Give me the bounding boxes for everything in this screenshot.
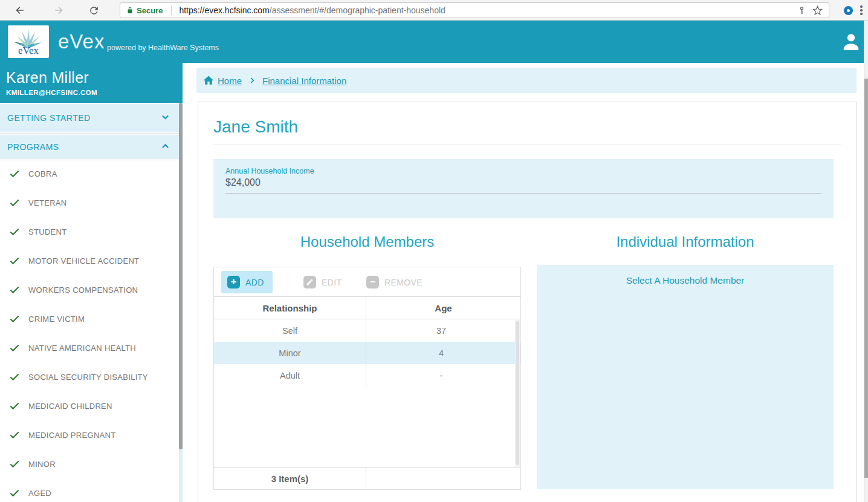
item-count: 3 Item(s) — [214, 468, 366, 489]
chevron-down-icon — [160, 112, 170, 124]
sidebar-scrollbar[interactable] — [179, 103, 183, 502]
check-icon — [8, 168, 21, 180]
sidebar-item-medicaid-pregnant[interactable]: MEDICAID PREGNANT — [0, 426, 179, 444]
sidebar-item-label: STUDENT — [28, 227, 67, 236]
sidebar-item-label: WORKERS COMPENSATION — [28, 285, 138, 295]
sidebar-item-label: AGED — [28, 489, 51, 498]
check-icon — [8, 255, 21, 267]
individual-information-panel: Select A Household Member — [537, 265, 834, 489]
back-icon[interactable] — [12, 3, 28, 18]
url-host: https://evex.hcfsinc.com — [179, 5, 269, 15]
sidebar-section-label: GETTING STARTED — [7, 113, 91, 123]
add-button[interactable]: + ADD — [221, 271, 273, 293]
cell-relationship: Self — [214, 319, 366, 342]
forward-icon[interactable] — [51, 3, 66, 18]
edit-icon — [303, 276, 316, 288]
sidebar-section-programs[interactable]: PROGRAMS — [0, 135, 179, 159]
sidebar-user-name: Karen Miller — [6, 69, 183, 86]
table-row[interactable]: Self 37 — [214, 319, 520, 342]
breadcrumb: Home Financial Information — [196, 68, 857, 93]
sidebar-item-label: NATIVE AMERICAN HEALTH — [28, 344, 136, 353]
user-icon[interactable] — [840, 30, 862, 53]
sidebar-item-crime-victim[interactable]: CRIME VICTIM — [0, 310, 179, 328]
grid-footer-row: 3 Item(s) — [214, 467, 520, 489]
sidebar-item-label: CRIME VICTIM — [28, 315, 85, 324]
sidebar-item-workers-compensation[interactable]: WORKERS COMPENSATION — [0, 281, 179, 299]
income-label: Annual Household Income — [225, 167, 314, 175]
secure-label: Secure — [137, 6, 163, 15]
check-icon — [8, 313, 21, 325]
add-button-label: ADD — [245, 278, 264, 287]
refresh-icon[interactable] — [86, 3, 102, 18]
app-header: eVex eVex powered by HealthWare Systems — [0, 21, 864, 63]
sidebar-user-panel: Karen Miller KMILLER@HCFSINC.COM — [0, 63, 183, 103]
page-scrollbar-thumb[interactable] — [864, 79, 868, 478]
key-icon[interactable] — [797, 6, 806, 15]
sidebar-item-label: MEDICAID PREGNANT — [28, 431, 116, 440]
lock-icon — [126, 6, 134, 15]
sidebar-item-label: VETERAN — [28, 198, 67, 207]
column-header-age[interactable]: Age — [366, 297, 520, 319]
income-input[interactable]: $24,000 — [225, 177, 821, 194]
sidebar-item-student[interactable]: STUDENT — [0, 223, 179, 241]
check-icon — [8, 429, 21, 441]
sidebar-item-social-security-disability[interactable]: SOCIAL SECURITY DISABILITY — [0, 368, 179, 386]
household-members-title: Household Members — [213, 233, 521, 250]
cell-age: - — [366, 364, 516, 386]
breadcrumb-link-current[interactable]: Financial Information — [262, 76, 346, 86]
sidebar-item-aged[interactable]: AGED — [0, 484, 179, 502]
sidebar-item-veteran[interactable]: VETERAN — [0, 194, 179, 212]
evex-logo-text: eVex — [18, 45, 39, 56]
check-icon — [8, 458, 21, 470]
edit-button[interactable]: EDIT — [297, 271, 351, 293]
check-icon — [8, 226, 21, 238]
grid-scrollbar-thumb[interactable] — [516, 321, 519, 465]
grid-toolbar: + ADD EDIT − REMOVE — [214, 267, 520, 296]
check-icon — [8, 371, 21, 383]
column-header-relationship[interactable]: Relationship — [214, 297, 366, 319]
table-row[interactable]: Adult - — [214, 364, 520, 386]
page-scrollbar[interactable] — [864, 21, 868, 502]
omnibox-divider — [171, 5, 172, 15]
sidebar-scrollbar-thumb[interactable] — [179, 103, 183, 449]
household-members-grid: + ADD EDIT − REMOVE Relationship Age Sel… — [213, 267, 521, 490]
check-icon — [8, 487, 21, 499]
sidebar-user-email: KMILLER@HCFSINC.COM — [6, 89, 183, 96]
select-member-placeholder: Select A Household Member — [537, 275, 834, 286]
cell-age: 4 — [366, 342, 516, 364]
extension-icon[interactable] — [844, 6, 853, 15]
sidebar-item-label: MOTOR VEHICLE ACCIDENT — [28, 256, 139, 266]
breadcrumb-link-home[interactable]: Home — [218, 76, 242, 86]
check-icon — [8, 284, 21, 296]
check-icon — [8, 400, 21, 412]
check-icon — [8, 197, 21, 209]
sidebar-item-motor-vehicle-accident[interactable]: MOTOR VEHICLE ACCIDENT — [0, 252, 179, 270]
add-icon: + — [227, 276, 240, 288]
table-row[interactable]: Minor 4 — [214, 342, 520, 364]
chevron-up-icon — [160, 141, 170, 153]
brand-tagline: powered by HealthWare Systems — [107, 44, 219, 52]
url-text: https://evex.hcfsinc.com/assessment/#/de… — [179, 5, 445, 15]
remove-button[interactable]: − REMOVE — [360, 271, 431, 293]
page-title: Jane Smith — [213, 117, 298, 137]
grid-header-row: Relationship Age — [214, 296, 520, 319]
sidebar-item-minor[interactable]: MINOR — [0, 455, 179, 473]
cell-relationship: Minor — [214, 342, 366, 364]
sidebar-item-label: SOCIAL SECURITY DISABILITY — [28, 373, 148, 382]
grid-scrollbar[interactable] — [515, 320, 520, 467]
star-icon[interactable] — [812, 5, 823, 16]
secure-badge[interactable]: Secure — [120, 6, 163, 15]
sidebar-section-getting-started[interactable]: GETTING STARTED — [0, 104, 179, 132]
sidebar-item-label: MINOR — [28, 460, 56, 469]
browser-toolbar: Secure https://evex.hcfsinc.com/assessme… — [0, 0, 868, 21]
sidebar-item-cobra[interactable]: COBRA — [0, 165, 179, 183]
home-icon[interactable] — [202, 74, 215, 86]
browser-menu-icon[interactable] — [858, 4, 865, 16]
sidebar-item-medicaid-children[interactable]: MEDICAID CHILDREN — [0, 397, 179, 415]
title-divider — [213, 145, 841, 145]
sidebar-item-native-american-health[interactable]: NATIVE AMERICAN HEALTH — [0, 339, 179, 357]
individual-information-title: Individual Information — [537, 233, 834, 250]
address-bar[interactable]: Secure https://evex.hcfsinc.com/assessme… — [120, 2, 829, 18]
sidebar-section-label: PROGRAMS — [7, 142, 59, 152]
income-panel: Annual Household Income $24,000 — [213, 159, 834, 218]
